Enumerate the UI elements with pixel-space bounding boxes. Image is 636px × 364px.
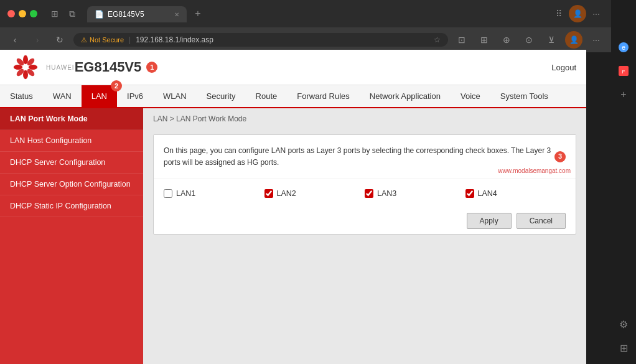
- apply-button[interactable]: Apply: [467, 213, 512, 229]
- info-box: On this page, you can configure LAN port…: [154, 135, 576, 179]
- tab-wan[interactable]: WAN: [43, 85, 82, 107]
- security-badge: ⚠ Not Secure: [81, 36, 124, 44]
- badge-2: 2: [111, 80, 122, 91]
- buttons-row: Apply Cancel: [154, 208, 576, 234]
- logout-button[interactable]: Logout: [551, 63, 576, 72]
- svg-text:F: F: [622, 69, 625, 75]
- svg-text:e: e: [622, 44, 625, 51]
- cast-icon[interactable]: ⊡: [453, 31, 470, 49]
- badge-1: 1: [146, 62, 157, 73]
- traffic-lights: [7, 10, 37, 17]
- browser-tab[interactable]: 📄 EG8145V5 ✕: [87, 6, 187, 22]
- browser-sidebar: e F + ⚙ ⊞: [611, 0, 636, 364]
- menu-icon[interactable]: ···: [589, 6, 604, 21]
- router-model-title: EG8145V5: [75, 59, 142, 75]
- sidebar-item-lan-host-configuration[interactable]: LAN Host Configuration: [0, 130, 143, 152]
- browser-sidebar-icon-2[interactable]: F: [612, 60, 635, 82]
- tab-wlan[interactable]: WLAN: [153, 85, 197, 107]
- separator: |: [129, 35, 131, 44]
- tab-voice[interactable]: Voice: [451, 85, 490, 107]
- sidebar-item-lan-port-work-mode[interactable]: LAN Port Work Mode: [0, 108, 143, 130]
- lan2-checkbox[interactable]: [264, 189, 273, 198]
- more-options-icon[interactable]: ···: [587, 31, 605, 49]
- tab-route[interactable]: Route: [246, 85, 288, 107]
- huawei-logo-mark: [10, 55, 41, 80]
- address-text: 192.168.18.1/index.asp: [136, 35, 213, 44]
- lan4-checkbox[interactable]: [465, 189, 474, 198]
- svg-point-8: [23, 70, 28, 79]
- lan1-port-item: LAN1: [164, 189, 264, 198]
- profile-icon[interactable]: 👤: [569, 5, 586, 22]
- sidebar-item-dhcp-static-ip[interactable]: DHCP Static IP Configuration: [0, 195, 143, 217]
- tab-system-tools[interactable]: System Tools: [490, 85, 558, 107]
- tab-favicon: 📄: [95, 10, 104, 19]
- nav-tabs: Status WAN LAN 2 IPv6 WLAN Security Rout…: [0, 85, 586, 108]
- tab-close-icon[interactable]: ✕: [174, 11, 179, 18]
- close-button[interactable]: [7, 10, 15, 17]
- extensions-icon[interactable]: ⠿: [551, 6, 566, 21]
- svg-point-4: [23, 55, 28, 64]
- tab-network-application[interactable]: Network Application: [360, 85, 451, 107]
- router-header: HUAWEI EG8145V5 1 Logout: [0, 50, 586, 85]
- address-bar[interactable]: ⚠ Not Secure | 192.168.18.1/index.asp ☆: [73, 33, 448, 47]
- svg-point-6: [29, 65, 37, 70]
- lan3-checkbox[interactable]: [365, 189, 373, 198]
- huawei-logo: HUAWEI: [10, 55, 75, 80]
- tab-ipv6[interactable]: IPv6: [117, 85, 153, 107]
- lan2-label: LAN2: [277, 189, 296, 198]
- profile-avatar[interactable]: 👤: [565, 31, 582, 49]
- security-text: Not Secure: [90, 36, 124, 44]
- download-icon[interactable]: ⊻: [543, 31, 560, 49]
- sidebar-item-dhcp-server-option[interactable]: DHCP Server Option Configuration: [0, 174, 143, 195]
- lan1-checkbox[interactable]: [164, 189, 172, 198]
- watermark: www.modalsemangat.com: [498, 166, 571, 176]
- tab-title: EG8145V5: [108, 10, 144, 19]
- breadcrumb: LAN > LAN Port Work Mode: [143, 108, 586, 129]
- lan1-label: LAN1: [176, 189, 195, 198]
- browser-sidebar-settings-icon[interactable]: ⚙: [612, 313, 635, 335]
- badge-3: 3: [554, 151, 566, 162]
- browser-sidebar-layout-icon[interactable]: ⊞: [612, 337, 635, 359]
- lan2-port-item: LAN2: [264, 189, 365, 198]
- cancel-button[interactable]: Cancel: [517, 213, 566, 229]
- star-icon[interactable]: ☆: [434, 35, 441, 44]
- lan4-port-item: LAN4: [465, 189, 566, 198]
- info-text: On this page, you can configure LAN port…: [164, 145, 566, 169]
- new-tab-button[interactable]: +: [189, 5, 207, 22]
- browser-sidebar-icon-1[interactable]: e: [612, 36, 635, 58]
- maximize-button[interactable]: [30, 10, 37, 17]
- main-content: LAN > LAN Port Work Mode On this page, y…: [143, 108, 586, 364]
- reload-button[interactable]: ↻: [51, 31, 68, 49]
- sidebar-item-dhcp-server-configuration[interactable]: DHCP Server Configuration: [0, 152, 143, 174]
- lan3-label: LAN3: [377, 189, 396, 198]
- browser-sidebar-icon-add[interactable]: +: [612, 83, 635, 106]
- history-icon[interactable]: ⊙: [520, 31, 538, 49]
- forward-button[interactable]: ›: [29, 31, 46, 49]
- tab-security[interactable]: Security: [197, 85, 246, 107]
- svg-point-10: [14, 65, 22, 70]
- lan-ports-row: LAN1 LAN2 LAN3 LAN4: [154, 179, 576, 208]
- lan3-port-item: LAN3: [365, 189, 465, 198]
- address-icons: ☆: [434, 35, 441, 44]
- warning-icon: ⚠: [81, 36, 87, 44]
- tab-lan[interactable]: LAN 2: [82, 85, 117, 107]
- sidebar-toggle-icon[interactable]: ⊞: [47, 6, 62, 21]
- tab-forward-rules[interactable]: Forward Rules: [287, 85, 360, 107]
- tab-overview-icon[interactable]: ⧉: [65, 6, 80, 21]
- page-layout: LAN Port Work Mode LAN Host Configuratio…: [0, 108, 586, 364]
- minimize-button[interactable]: [19, 10, 26, 17]
- back-button[interactable]: ‹: [6, 31, 24, 49]
- bookmark-icon[interactable]: ⊕: [498, 31, 515, 49]
- tab-status[interactable]: Status: [0, 85, 43, 107]
- sidebar: LAN Port Work Mode LAN Host Configuratio…: [0, 108, 143, 364]
- lan4-label: LAN4: [478, 189, 497, 198]
- brand-label: HUAWEI: [46, 64, 75, 71]
- content-box: On this page, you can configure LAN port…: [153, 134, 576, 235]
- screenshot-icon[interactable]: ⊞: [475, 31, 493, 49]
